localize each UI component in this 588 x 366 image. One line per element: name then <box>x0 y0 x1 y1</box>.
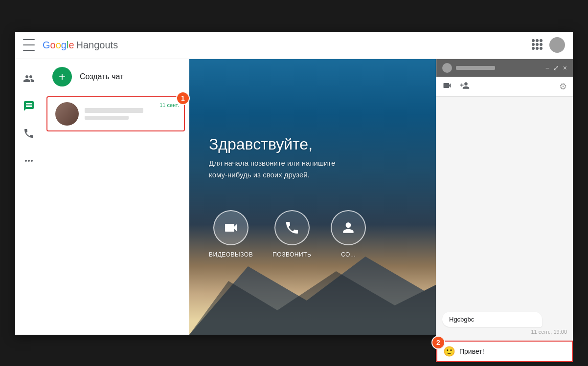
sidebar-item-phone[interactable] <box>17 122 41 145</box>
main-content: + Создать чат 11 сент. 1 <box>15 59 573 335</box>
chat-messages: Hgcbgbc 11 сент., 19:00 <box>436 97 573 335</box>
message-wrapper: Hgcbgbc 11 сент., 19:00 <box>442 312 567 335</box>
video-call-label: ВИДЕОВЫЗОВ <box>209 251 253 258</box>
contact-circle[interactable] <box>331 210 366 245</box>
message-time: 11 сент., 19:00 <box>442 329 567 335</box>
contact-list-item[interactable]: 11 сент. 1 <box>46 96 185 131</box>
settings-icon[interactable]: ⚙ <box>559 81 567 92</box>
phone-call-circle[interactable] <box>274 210 310 245</box>
contact-name <box>85 108 143 113</box>
contact-action[interactable]: СО... <box>331 210 366 258</box>
hangouts-text: Hangouts <box>76 40 118 51</box>
google-logo-text: Google <box>43 40 74 51</box>
chat-popup-user <box>442 63 495 73</box>
close-icon[interactable]: × <box>563 64 567 72</box>
chat-header-actions: − ⤢ × <box>545 64 567 72</box>
user-avatar[interactable] <box>549 37 565 53</box>
video-toolbar-icon[interactable] <box>442 81 452 92</box>
chat-toolbar: ⚙ <box>436 77 573 97</box>
video-call-circle[interactable] <box>213 210 249 245</box>
hamburger-menu-icon[interactable] <box>23 39 35 51</box>
phone-call-action[interactable]: ПОЗВОНИТЬ <box>272 210 311 258</box>
chat-user-avatar <box>442 63 452 73</box>
contact-info <box>85 108 176 120</box>
contact-badge: 1 <box>176 91 190 105</box>
phone-call-label: ПОЗВОНИТЬ <box>272 251 311 258</box>
sidebar-icons <box>15 59 43 335</box>
plus-icon: + <box>52 67 72 86</box>
chat-popup: − ⤢ × ⚙ <box>436 59 573 335</box>
add-person-icon[interactable] <box>460 81 470 92</box>
minimize-icon[interactable]: − <box>545 64 549 72</box>
chat-user-name <box>456 66 495 70</box>
create-chat-button[interactable]: + Создать чат <box>43 59 189 94</box>
sidebar-item-contacts[interactable] <box>17 67 41 90</box>
top-bar: Google Hangouts <box>15 32 573 59</box>
contacts-panel: + Создать чат 11 сент. 1 <box>43 59 189 335</box>
contact-preview <box>85 116 129 120</box>
create-chat-label: Создать чат <box>80 72 123 81</box>
sidebar-item-more[interactable] <box>17 149 41 172</box>
message-bubble: Hgcbgbc <box>442 312 542 327</box>
hero-subtitle: Для начала позвоните или напишите кому-н… <box>209 157 346 181</box>
contact-time: 11 сент. <box>159 102 179 108</box>
maximize-icon[interactable]: ⤢ <box>553 64 559 72</box>
app-title: Google Hangouts <box>43 40 532 51</box>
chat-popup-header: − ⤢ × <box>436 59 573 77</box>
apps-icon[interactable] <box>532 39 543 51</box>
contact-avatar <box>55 102 79 126</box>
top-bar-actions <box>532 37 565 53</box>
sidebar-item-chat[interactable] <box>17 94 41 118</box>
video-call-action[interactable]: ВИДЕОВЫЗОВ <box>209 210 253 258</box>
contact-action-label: СО... <box>341 251 356 258</box>
app-window: Google Hangouts <box>15 32 573 335</box>
